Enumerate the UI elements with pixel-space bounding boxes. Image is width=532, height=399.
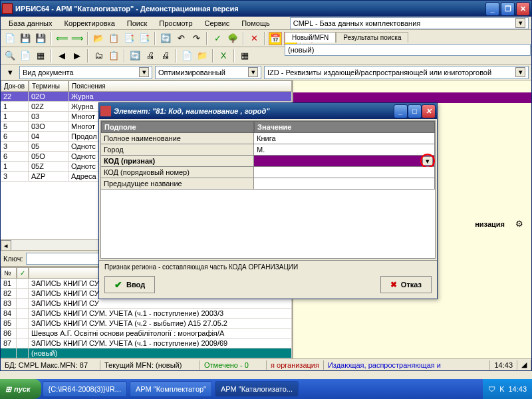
optimized-combo[interactable]: Оптимизированный ▾ [155, 66, 261, 79]
tray-icon[interactable]: 🛡 [488, 385, 495, 393]
menu-help[interactable]: Помощь [236, 18, 275, 29]
tb-new-icon[interactable]: 📄 [3, 32, 17, 45]
bt-header-num[interactable]: № [1, 267, 17, 279]
tb2-doc-icon[interactable]: 📄 [19, 49, 32, 63]
tab-new-mfn[interactable]: Новый/MFN [285, 32, 336, 43]
menu-view[interactable]: Просмотр [154, 18, 198, 29]
status-resize-icon[interactable]: ◢ [517, 360, 531, 370]
tb2-print-icon[interactable]: 🖨 [144, 49, 157, 63]
tab-search-results[interactable]: Результаты поиска [336, 32, 408, 43]
maximize-button[interactable]: ❐ [501, 2, 515, 16]
tb2-doc2-icon[interactable]: 📄 [180, 49, 194, 63]
tb-back-icon[interactable]: ⟸ [55, 32, 68, 45]
dialog-close-button[interactable]: ✕ [422, 104, 436, 118]
tb-check-icon[interactable]: ✓ [211, 32, 224, 45]
dropdown-arrow-icon[interactable]: ▾ [515, 18, 525, 28]
dialog-row[interactable]: ГородМ. [101, 144, 435, 156]
tb-list-icon[interactable]: 📑 [122, 32, 136, 45]
tb2-excel-icon[interactable]: X [217, 49, 230, 63]
filter-expand-icon[interactable]: ▾ [3, 66, 17, 79]
tb-tree-icon[interactable]: 🌳 [226, 32, 239, 45]
system-tray[interactable]: 🛡 K 14:43 [483, 379, 532, 399]
status-publisher: Издающая, распространяющая и [324, 360, 491, 370]
dialog-hint: Признак региона - составляющая часть КОД… [99, 260, 437, 273]
dialog-row[interactable]: Полное наименованиеКнига [101, 133, 435, 144]
taskbar: ⊞ пуск {C:\IR64-2008(3)}\IR... АРМ "Комп… [0, 379, 532, 399]
tb2-refresh-icon[interactable]: 🔄 [128, 49, 142, 63]
statusbar: БД: CMPL Макс.MFN: 87 Текущий MFN: (новы… [1, 358, 531, 370]
scroll-left-icon[interactable]: ◂ [1, 240, 11, 251]
tb-copy-icon[interactable]: 📋 [107, 32, 120, 45]
grid-row[interactable]: 2202OЖурна [1, 92, 292, 102]
x-icon: ✖ [390, 280, 397, 289]
bt-row[interactable]: 87ЗАПИСЬ КНИГИ СУМ. УЧЕТА (ч.1 - поступл… [1, 338, 292, 348]
dlg-col-subfield: Подполе [101, 121, 254, 133]
windows-logo-icon: ⊞ [5, 385, 11, 394]
tb2-next-icon[interactable]: ▶ [70, 49, 84, 63]
tb-delete-icon[interactable]: ✕ [247, 32, 261, 45]
dropdown-arrow-icon[interactable]: ▾ [139, 67, 149, 77]
bt-row[interactable]: 86Шевцов А.Г. Освітні основи реабілітоло… [1, 329, 292, 338]
tb-open-icon[interactable]: 📂 [92, 32, 105, 45]
bt-row[interactable]: 83ЗАПИСЬ КНИГИ СУ [1, 299, 292, 309]
bt-row[interactable]: 85ЗАПИСЬ КНИГИ СУМ. УЧЕТА (ч.2 - выбытие… [1, 319, 292, 329]
tb-undo-icon[interactable]: ↶ [174, 32, 188, 45]
tb2-folder-icon[interactable]: 📁 [196, 49, 209, 63]
menu-correct[interactable]: Корректировка [59, 18, 120, 29]
dialog-maximize-button[interactable]: □ [408, 104, 422, 118]
tray-icon[interactable]: K [499, 385, 504, 393]
tb-save-icon[interactable]: 💾 [19, 32, 32, 45]
dialog-cancel-button[interactable]: ✖ Отказ [380, 276, 432, 293]
tb2-card-icon[interactable]: 🗂 [92, 49, 105, 63]
status-marked: Отмечено - 0 [200, 360, 267, 370]
taskbar-item[interactable]: АРМ "Комплектатор" [130, 381, 212, 397]
dropdown-arrow-icon[interactable]: ▾ [515, 67, 525, 77]
taskbar-item[interactable]: {C:\IR64-2008(3)}\IR... [43, 381, 127, 397]
dialog-ok-button[interactable]: ✔ Ввод [104, 276, 155, 293]
grid-header-docs[interactable]: Док-ов [1, 80, 29, 92]
mfn-value-field[interactable]: (новый) [285, 44, 531, 56]
key-label: Ключ: [3, 255, 23, 263]
database-selector[interactable]: CMPL - База данных комплектования ▾ [290, 17, 529, 29]
tb-saveall-icon[interactable]: 💾 [34, 32, 47, 45]
doc-type-combo[interactable]: Вид документа ▾ [19, 66, 152, 79]
dialog-minimize-button[interactable]: _ [394, 104, 408, 118]
main-title-bar: ИРБИС64 - АРМ "Каталогизатор" - Демонстр… [1, 1, 531, 17]
close-button[interactable]: ✕ [516, 2, 530, 16]
tb-refresh-icon[interactable]: 🔄 [159, 32, 172, 45]
menu-search[interactable]: Поиск [122, 18, 152, 29]
dialog-row[interactable]: КОД (признак)▾ [101, 156, 435, 167]
tb-redo-icon[interactable]: ↷ [190, 32, 203, 45]
tb2-form-icon[interactable]: 📋 [107, 49, 120, 63]
tb2-print2-icon[interactable]: 🖨 [159, 49, 172, 63]
value-dropdown-button[interactable]: ▾ [422, 156, 433, 166]
dialog-icon [100, 106, 111, 116]
tb2-prev-icon[interactable]: ◀ [55, 49, 68, 63]
bt-row-new[interactable]: (новый) [1, 348, 292, 358]
tb2-table-icon[interactable]: ▦ [34, 49, 47, 63]
menu-service[interactable]: Сервис [200, 18, 235, 29]
tb-forward-icon[interactable]: ⟹ [70, 32, 84, 45]
right-settings-icon[interactable]: ⚙ [513, 217, 526, 230]
dialog-row[interactable]: КОД (порядковый номер) [101, 167, 435, 178]
minimize-button[interactable]: _ [485, 2, 499, 16]
tb-list2-icon[interactable]: 📑 [138, 32, 151, 45]
tb-calendar-icon[interactable]: 📅 [269, 32, 282, 45]
start-button[interactable]: ⊞ пуск [0, 379, 41, 399]
izd-combo[interactable]: IZD - Реквизиты издающей/распространяюще… [264, 66, 529, 79]
dialog-title-bar[interactable]: Элемент: "81: Код, наименование , город"… [99, 103, 437, 119]
dropdown-arrow-icon[interactable]: ▾ [248, 67, 258, 77]
dialog-row[interactable]: Предыдущее название [101, 178, 435, 190]
menu-database[interactable]: База данных [3, 18, 58, 29]
bt-header-check[interactable]: ✓ [17, 267, 29, 279]
tray-clock: 14:43 [508, 385, 527, 393]
status-mfn: Текущий MFN: (новый) [100, 360, 200, 370]
tb2-table2-icon[interactable]: ▦ [238, 49, 251, 63]
taskbar-item-active[interactable]: АРМ "Каталогизато... [215, 381, 299, 397]
status-time: 14:43 [490, 360, 517, 370]
grid-header-terms[interactable]: Термины [29, 80, 68, 92]
grid-header-notes[interactable]: Пояснения [68, 80, 292, 92]
bt-row[interactable]: 84ЗАПИСЬ КНИГИ СУМ. УЧЕТА (ч.1 - поступл… [1, 309, 292, 319]
status-db: БД: CMPL Макс.MFN: 87 [1, 360, 100, 370]
tb2-view-icon[interactable]: 🔍 [3, 49, 17, 63]
